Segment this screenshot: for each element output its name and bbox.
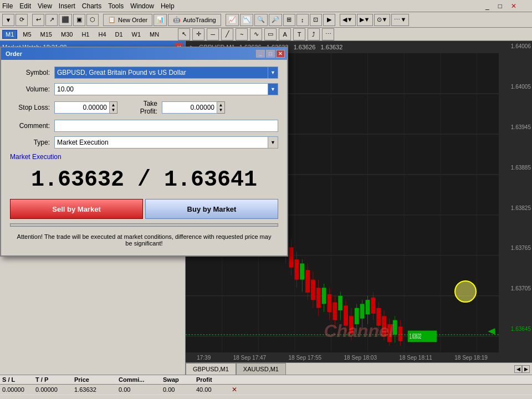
svg-rect-89 <box>387 324 392 342</box>
svg-rect-85 <box>376 308 381 326</box>
tf-mn[interactable]: MN <box>146 30 162 39</box>
comment-input[interactable] <box>54 120 278 132</box>
sell-by-market-button[interactable]: Sell by Market <box>10 199 143 219</box>
toolbar: ▼ ⟳ ↩ ↗ ⬛ ▣ ⬡ 📋 New Order 📊 🤖 AutoTradin… <box>0 12 532 28</box>
toolbar-btn-4[interactable]: ↗ <box>45 14 58 26</box>
rect-tool[interactable]: ▭ <box>264 28 277 40</box>
autotrading-button[interactable]: 🤖 AutoTrading <box>168 14 221 26</box>
row-sl: 0.00000 <box>2 386 35 393</box>
action-buttons: Sell by Market Buy by Market <box>10 199 278 219</box>
svg-rect-57 <box>300 263 304 279</box>
toolbar-btn-lang[interactable]: ⊙▼ <box>374 14 391 26</box>
toolbar-btn-7[interactable]: ⬡ <box>86 14 99 26</box>
toolbar-btn-extra[interactable]: ⋯▼ <box>391 14 409 26</box>
buy-by-market-button[interactable]: Buy by Market <box>145 199 278 219</box>
bottom-panel: S / L T / P Price Commi... Swap Profit 0… <box>0 375 532 399</box>
toolbar-btn-zoomout[interactable]: 🔎 <box>269 14 282 26</box>
toolbar-btn-obj[interactable]: ⊡ <box>310 14 322 26</box>
timeframe-bar: M1 M5 M15 M30 H1 H4 D1 W1 MN ↖ ✛ ─ ╱ ~ ∿… <box>0 28 532 41</box>
tf-m15[interactable]: M15 <box>37 30 55 39</box>
time-tick-6: 18 Sep 18:19 <box>454 355 488 361</box>
label-tool[interactable]: T <box>293 28 305 40</box>
tf-m5[interactable]: M5 <box>19 30 34 39</box>
symbol-select[interactable]: GBPUSD, Great Britain Pound vs US Dollar <box>54 66 268 79</box>
toolbar-btn-search[interactable]: 🔍 <box>254 14 268 26</box>
time-axis: 17:39 18 Sep 17:47 18 Sep 17:55 18 Sep 1… <box>186 352 499 362</box>
symbol-dropdown-arrow[interactable]: ▼ <box>268 66 278 79</box>
svg-rect-69 <box>332 303 337 320</box>
toolbar-btn-1[interactable]: ▼ <box>2 14 14 26</box>
new-order-icon: 📋 <box>108 16 116 23</box>
type-select[interactable]: Market Execution <box>54 136 268 149</box>
volume-label: Volume: <box>10 85 54 93</box>
chart-tab-xauusd[interactable]: XAUUSD,M1 <box>236 363 286 375</box>
tf-m1[interactable]: M1 <box>2 30 17 39</box>
menu-view[interactable]: View <box>38 2 52 10</box>
menu-charts[interactable]: Charts <box>82 2 101 10</box>
tf-h4[interactable]: H4 <box>95 30 109 39</box>
volume-input[interactable] <box>54 83 268 95</box>
crosshair-tool[interactable]: ✛ <box>192 28 204 40</box>
app-minimize-btn[interactable]: _ <box>485 2 489 10</box>
tf-w1[interactable]: W1 <box>129 30 145 39</box>
warning-text: Attention! The trade will be executed at… <box>10 231 278 249</box>
toolbar-btn-indicator[interactable]: 📈 <box>226 14 239 26</box>
chart-tab-prev[interactable]: ◀ <box>514 365 522 373</box>
dialog-minimize-btn[interactable]: _ <box>256 50 265 58</box>
dialog-title: Order <box>3 50 256 57</box>
text-tool[interactable]: A <box>279 28 291 40</box>
toolbar-btn-indicator2[interactable]: 📉 <box>240 14 253 26</box>
fib-tool[interactable]: ~ <box>236 28 248 40</box>
stop-loss-label: Stop Loss: <box>10 104 54 111</box>
chart-tab-gbpusd[interactable]: GBPUSD,M1 <box>186 363 236 375</box>
dialog-titlebar: Order _ □ ✕ <box>1 48 287 60</box>
col-swap: Swap <box>163 376 196 383</box>
arrow-tool[interactable]: ⤴ <box>308 28 320 40</box>
tf-m30[interactable]: M30 <box>58 30 76 39</box>
take-profit-input[interactable] <box>162 101 217 114</box>
menu-help[interactable]: Help <box>161 2 175 10</box>
toolbar-btn-templ[interactable]: ▶ <box>323 14 335 26</box>
chart-tab-next[interactable]: ▶ <box>522 365 530 373</box>
menu-window[interactable]: Window <box>130 2 154 10</box>
toolbar-btn-6[interactable]: ▣ <box>73 14 85 26</box>
chart-tabs: GBPUSD,M1 XAUUSD,M1 ◀ ▶ <box>186 362 532 375</box>
price-separator: / <box>137 167 164 192</box>
tf-h1[interactable]: H1 <box>78 30 93 39</box>
toolbar-btn-3[interactable]: ↩ <box>32 14 44 26</box>
app-restore-btn[interactable]: □ <box>498 2 502 10</box>
toolbar-btn-5[interactable]: ⬛ <box>59 14 72 26</box>
cursor-tool[interactable]: ↖ <box>178 28 190 40</box>
market-execution-link[interactable]: Market Execution <box>10 153 278 161</box>
toolbar-btn-grid[interactable]: ⊞ <box>283 14 295 26</box>
type-dropdown-arrow[interactable]: ▼ <box>268 136 278 149</box>
hline-tool[interactable]: ─ <box>207 28 219 40</box>
svg-rect-59 <box>305 270 310 293</box>
row-close-btn[interactable]: ✕ <box>232 386 237 393</box>
menu-tools[interactable]: Tools <box>108 2 124 10</box>
tline-tool[interactable]: ╱ <box>221 28 233 40</box>
tf-d1[interactable]: D1 <box>112 30 126 39</box>
toolbar-btn-fwd[interactable]: ▶▼ <box>357 14 373 26</box>
toolbar-btn-chart[interactable]: 📊 <box>154 14 167 26</box>
stop-loss-input[interactable] <box>54 101 110 114</box>
gann-tool[interactable]: ⋯ <box>322 28 334 40</box>
menu-insert[interactable]: Insert <box>59 2 75 10</box>
price-tick-3: 1.63945 <box>500 124 531 130</box>
price-tick-7: 1.63705 <box>500 285 531 291</box>
volume-dropdown-arrow[interactable]: ▼ <box>268 83 278 95</box>
menu-file[interactable]: File <box>2 2 13 10</box>
new-order-button[interactable]: 📋 New Order <box>103 14 152 26</box>
sl-spin[interactable]: ▲▼ <box>110 101 117 114</box>
toolbar-btn-back[interactable]: ◀▼ <box>340 14 356 26</box>
tp-spin[interactable]: ▲▼ <box>217 101 225 114</box>
table-row: 0.00000 0.00000 1.63632 0.00 0.00 40.00 … <box>0 385 532 395</box>
menu-edit[interactable]: Edit <box>19 2 31 10</box>
toolbar-btn-vol[interactable]: ↕ <box>296 14 309 26</box>
dialog-close-btn[interactable]: ✕ <box>276 50 285 58</box>
wave-tool[interactable]: ∿ <box>250 28 262 40</box>
dialog-restore-btn[interactable]: □ <box>266 50 275 58</box>
toolbar-btn-2[interactable]: ⟳ <box>16 14 28 26</box>
price-tick-6: 1.63765 <box>500 245 531 251</box>
app-close-btn[interactable]: ✕ <box>511 2 516 10</box>
